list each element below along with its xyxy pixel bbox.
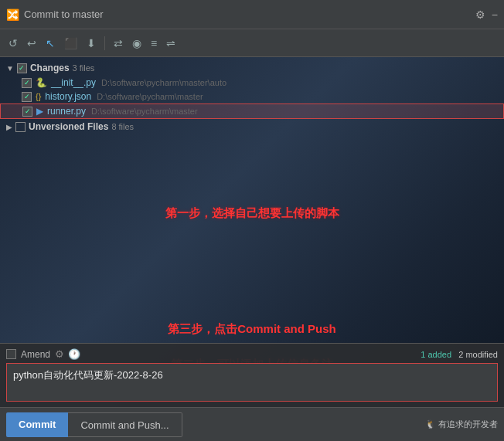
changes-chevron: ▼ — [6, 64, 14, 73]
file-path-init: D:\software\pycharm\master\auto — [101, 78, 226, 87]
save-btn[interactable]: ⬛ — [62, 36, 80, 51]
amend-label: Amend — [21, 349, 50, 360]
file-item-init[interactable]: ✓ 🐍 __init__.py D:\software\pycharm\mast… — [0, 76, 504, 90]
buttons-row: Commit Commit and Push... 🐧 有追求的开发者 — [0, 407, 504, 441]
file-path-history: D:\software\pycharm\master — [97, 92, 203, 101]
settings-icon[interactable]: ⚙ — [475, 8, 485, 21]
changes-checkbox-area: ✓ — [17, 63, 27, 73]
step1-annotation: 第一步，选择自己想要上传的脚本 — [0, 202, 504, 226]
unversioned-section-header[interactable]: ▶ Unversioned Files 8 files — [0, 119, 504, 134]
list-btn[interactable]: ≡ — [148, 36, 159, 51]
download-btn[interactable]: ⬇ — [84, 36, 98, 51]
refresh-btn[interactable]: ↺ — [6, 36, 20, 51]
title-bar-right: ⚙ − — [475, 8, 498, 21]
inspect-btn[interactable]: ◉ — [130, 36, 144, 51]
toolbar-sep-1 — [104, 36, 105, 50]
title-bar-left: 🔀 Commit to master — [6, 8, 104, 21]
minimize-icon[interactable]: − — [492, 8, 498, 21]
status-added: 1 added — [421, 350, 451, 359]
commit-status: 1 added 2 modified — [421, 350, 498, 359]
status-modified: 2 modified — [458, 350, 498, 359]
amend-row: Amend ⚙ 🕐 1 added 2 modified — [6, 348, 498, 360]
bottom-section: 第三步，点击Commit and Push Amend ⚙ 🕐 1 added … — [0, 316, 504, 441]
file-checkbox-runner[interactable]: ✓ — [22, 107, 32, 117]
changes-file-count: 3 files — [73, 63, 95, 73]
step3-annotation: 第三步，点击Commit and Push — [0, 316, 504, 343]
python-icon-init: 🐍 — [36, 77, 47, 88]
main-panel: ▼ ✓ Changes 3 files ✓ 🐍 __init__.py D:\s… — [0, 57, 504, 441]
amend-settings-icon[interactable]: ⚙ — [55, 348, 64, 360]
toolbar: ↺ ↩ ↖ ⬛ ⬇ ⇄ ◉ ≡ ⇌ — [0, 29, 504, 57]
file-name-history: history.json — [45, 91, 91, 102]
runner-icon: ▶ — [36, 106, 43, 117]
file-name-runner: runner.py — [47, 106, 86, 117]
file-item-runner[interactable]: ✓ ▶ runner.py D:\software\pycharm\master — [0, 103, 504, 119]
changes-section-header[interactable]: ▼ ✓ Changes 3 files — [0, 60, 504, 76]
file-item-history[interactable]: ✓ {} history.json D:\software\pycharm\ma… — [0, 90, 504, 103]
amend-left: Amend ⚙ 🕐 — [6, 348, 80, 360]
changes-checkbox[interactable]: ✓ — [17, 63, 27, 73]
unversioned-chevron: ▶ — [6, 123, 12, 131]
commit-button[interactable]: Commit — [6, 412, 68, 437]
amend-clock-icon[interactable]: 🕐 — [68, 348, 80, 360]
title-bar: 🔀 Commit to master ⚙ − — [0, 0, 504, 29]
commit-area: Amend ⚙ 🕐 1 added 2 modified — [0, 343, 504, 407]
unversioned-file-count: 8 files — [111, 122, 134, 131]
file-checkbox-history[interactable]: ✓ — [22, 92, 32, 102]
json-icon-history: {} — [36, 92, 41, 101]
commit-message-input[interactable] — [6, 363, 498, 402]
window-icon: 🔀 — [6, 8, 19, 21]
undo-btn[interactable]: ↩ — [25, 36, 39, 51]
file-name-init: __init__.py — [51, 77, 96, 88]
file-checkbox-init[interactable]: ✓ — [22, 78, 32, 88]
watermark: 🐧 有追求的开发者 — [425, 419, 498, 430]
unversioned-checkbox[interactable] — [15, 122, 26, 132]
merge-btn[interactable]: ⇄ — [111, 36, 125, 51]
commit-and-push-button[interactable]: Commit and Push... — [68, 412, 182, 437]
amend-icons: ⚙ 🕐 — [55, 348, 80, 360]
file-path-runner: D:\software\pycharm\master — [91, 107, 198, 116]
file-tree: ▼ ✓ Changes 3 files ✓ 🐍 __init__.py D:\s… — [0, 57, 504, 137]
amend-checkbox[interactable] — [6, 349, 16, 359]
back-btn[interactable]: ↖ — [43, 36, 57, 51]
unversioned-label: Unversioned Files — [29, 121, 108, 132]
watermark-text: 🐧 有追求的开发者 — [425, 419, 498, 429]
sync-btn[interactable]: ⇌ — [164, 36, 178, 51]
window-title: Commit to master — [24, 8, 104, 20]
changes-label: Changes — [30, 63, 70, 73]
